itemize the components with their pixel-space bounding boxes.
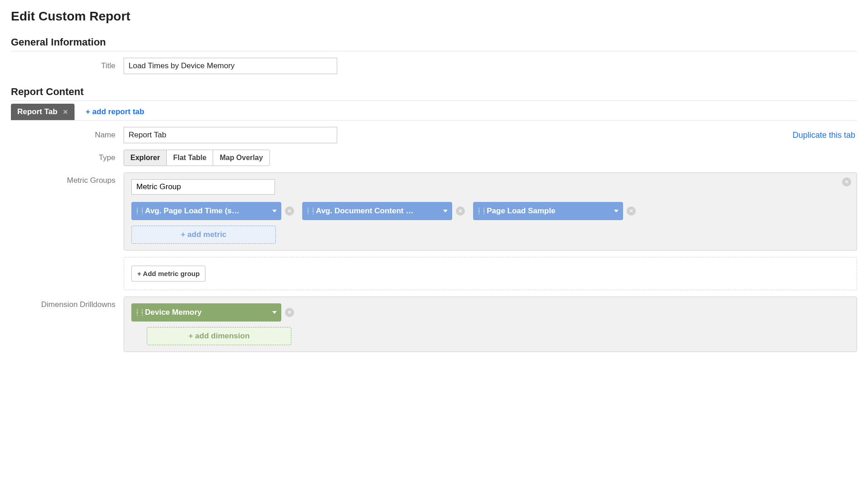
metric-chip-avg-document-content[interactable]: ⋮⋮⋮⋮ Avg. Document Content … — [302, 202, 452, 220]
name-label: Name — [11, 131, 124, 140]
metric-chip-label: Avg. Page Load Time (s… — [145, 206, 269, 216]
drag-handle-icon[interactable]: ⋮⋮⋮⋮ — [306, 208, 311, 214]
duplicate-tab-link[interactable]: Duplicate this tab — [793, 131, 857, 140]
metric-chip-avg-page-load-time[interactable]: ⋮⋮⋮⋮ Avg. Page Load Time (s… — [131, 202, 281, 220]
remove-metric-icon[interactable]: ✕ — [627, 206, 636, 216]
type-option-map-overlay[interactable]: Map Overlay — [213, 150, 269, 166]
add-dimension-button[interactable]: + add dimension — [147, 327, 291, 345]
section-general-header: General Information — [11, 36, 857, 51]
drag-handle-icon[interactable]: ⋮⋮⋮⋮ — [135, 208, 140, 214]
metric-chip-label: Avg. Document Content … — [316, 206, 439, 216]
tab-report-tab[interactable]: Report Tab ✕ — [11, 104, 75, 120]
chevron-down-icon — [272, 311, 277, 314]
drag-handle-icon[interactable]: ⋮⋮⋮⋮ — [135, 310, 140, 315]
type-label: Type — [11, 153, 124, 162]
type-option-flat-table[interactable]: Flat Table — [167, 150, 214, 166]
add-metric-group-button[interactable]: + Add metric group — [131, 266, 205, 282]
metric-chip-label: Page Load Sample — [487, 206, 610, 216]
section-content-header: Report Content — [11, 86, 857, 101]
add-metric-group-panel: + Add metric group — [124, 257, 857, 290]
metric-groups-label: Metric Groups — [11, 172, 124, 251]
dimension-drilldowns-label: Dimension Drilldowns — [11, 297, 124, 352]
title-input[interactable] — [124, 58, 337, 74]
metric-group-name-input[interactable] — [131, 179, 275, 195]
type-option-explorer[interactable]: Explorer — [124, 150, 167, 166]
remove-metric-icon[interactable]: ✕ — [285, 206, 294, 216]
drag-handle-icon[interactable]: ⋮⋮⋮⋮ — [477, 208, 482, 214]
dimension-chip-label: Device Memory — [145, 308, 269, 317]
chevron-down-icon — [272, 210, 277, 212]
title-label: Title — [11, 61, 124, 70]
dimension-panel: ⋮⋮⋮⋮ Device Memory ✕ + add dimension — [124, 297, 857, 352]
remove-metric-icon[interactable]: ✕ — [456, 206, 465, 216]
add-report-tab-link[interactable]: + add report tab — [85, 107, 144, 116]
page-title: Edit Custom Report — [11, 9, 857, 24]
type-toggle: Explorer Flat Table Map Overlay — [124, 150, 270, 166]
name-input[interactable] — [124, 127, 337, 143]
chevron-down-icon — [443, 210, 448, 212]
chevron-down-icon — [614, 210, 619, 212]
close-icon[interactable]: ✕ — [63, 108, 68, 116]
tab-report-tab-label: Report Tab — [17, 107, 57, 116]
report-tab-bar: Report Tab ✕ + add report tab — [11, 104, 857, 121]
metric-group-panel: ✕ ⋮⋮⋮⋮ Avg. Page Load Time (s… ✕ ⋮⋮⋮⋮ Av… — [124, 172, 857, 251]
metric-chip-page-load-sample[interactable]: ⋮⋮⋮⋮ Page Load Sample — [473, 202, 623, 220]
dimension-chip-device-memory[interactable]: ⋮⋮⋮⋮ Device Memory — [131, 303, 281, 322]
add-metric-button[interactable]: + add metric — [131, 226, 276, 244]
remove-dimension-icon[interactable]: ✕ — [285, 308, 294, 317]
remove-metric-group-icon[interactable]: ✕ — [842, 177, 851, 186]
